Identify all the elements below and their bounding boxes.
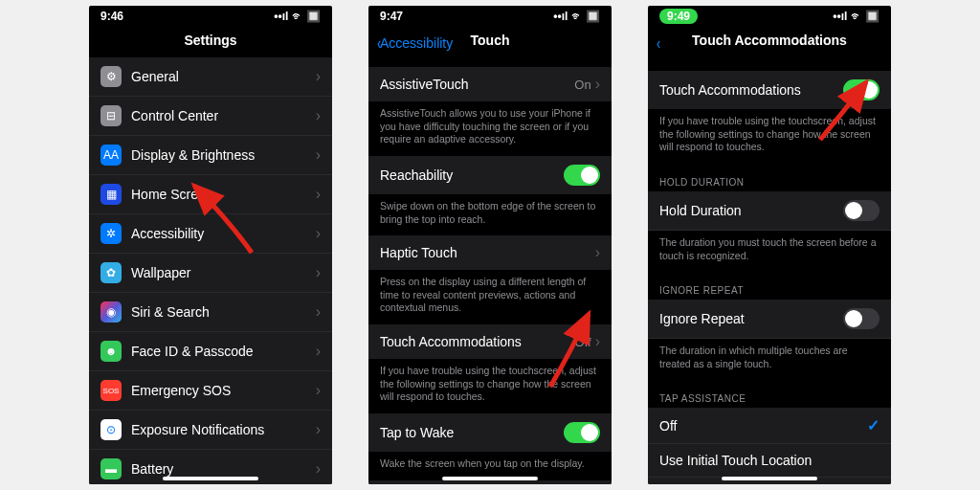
row-icon: ▬ <box>100 458 122 479</box>
footer-text: AssistiveTouch allows you to use your iP… <box>368 101 612 156</box>
footer-text: The duration you must touch the screen b… <box>648 231 891 272</box>
tap-option[interactable]: Use Initial Touch Location <box>648 444 891 478</box>
chevron-right-icon: › <box>316 146 321 164</box>
row-label: Touch Accommodations <box>380 334 575 349</box>
touch-row[interactable]: Tap to Wake <box>368 413 612 452</box>
settings-row[interactable]: ✲Accessibility› <box>89 214 332 254</box>
settings-row[interactable]: ◉Siri & Search› <box>89 293 332 332</box>
chevron-right-icon: › <box>316 343 321 360</box>
section-header: HOLD DURATION <box>648 164 891 191</box>
status-time: 9:46 <box>100 10 123 23</box>
settings-row[interactable]: ☻Face ID & Passcode› <box>89 332 332 371</box>
row-label: Haptic Touch <box>380 245 595 260</box>
section-header: TAP ASSISTANCE <box>648 380 891 408</box>
row-icon: ✿ <box>100 262 122 283</box>
touch-row[interactable]: Touch AccommodationsOff› <box>368 324 612 359</box>
chevron-right-icon: › <box>595 333 600 350</box>
row-icon: SOS <box>100 380 122 401</box>
row-label: Home Screen <box>131 187 316 202</box>
row-label: Tap to Wake <box>380 425 564 440</box>
touch-row[interactable]: AssistiveTouchOn› <box>368 67 612 101</box>
row-value: On <box>574 78 590 92</box>
tap-option[interactable]: Off✓ <box>648 408 891 444</box>
chevron-right-icon: › <box>316 421 321 438</box>
status-time: 9:47 <box>380 10 403 23</box>
row-label: Off <box>659 418 867 434</box>
row-icon: ⊙ <box>100 419 122 440</box>
row-icon: ☻ <box>100 341 122 362</box>
row-label: Emergency SOS <box>131 383 316 398</box>
home-indicator[interactable] <box>722 477 817 480</box>
phone-settings: 9:46 ••ıl ᯤ 🔲 Settings ⚙General›⊟Control… <box>89 6 332 484</box>
home-indicator[interactable] <box>442 477 538 480</box>
row-hold-duration[interactable]: Hold Duration <box>648 191 891 231</box>
touch-row[interactable]: Shake to Undo <box>368 480 612 484</box>
footer-text: If you have trouble using the touchscree… <box>648 109 891 164</box>
row-touch-accommodations[interactable]: Touch Accommodations <box>648 71 891 109</box>
chevron-right-icon: › <box>316 303 321 321</box>
row-icon: AA <box>100 145 122 166</box>
row-label: Control Center <box>131 108 316 123</box>
settings-row[interactable]: ⚙General› <box>89 57 332 97</box>
page-title: Touch <box>471 33 510 48</box>
back-button[interactable]: ‹Accessibility <box>376 33 453 53</box>
phone-touch-accommodations: 9:49 ••ıl ᯤ 🔲 ‹ Touch Accommodations Tou… <box>648 6 891 484</box>
chevron-right-icon: › <box>595 244 600 261</box>
page-title: Touch Accommodations <box>692 33 847 48</box>
row-label: Exposure Notifications <box>131 422 316 437</box>
row-label: Accessibility <box>131 226 316 241</box>
chevron-left-icon: ‹ <box>377 33 381 54</box>
row-icon: ⚙ <box>100 66 122 87</box>
row-icon: ◉ <box>100 301 122 323</box>
row-label: General <box>131 69 316 84</box>
chevron-right-icon: › <box>316 382 321 399</box>
toggle[interactable] <box>564 422 600 443</box>
check-icon: ✓ <box>867 416 880 434</box>
row-label: Reachability <box>380 167 564 183</box>
status-bar: 9:47 ••ıl ᯤ 🔲 <box>368 6 612 27</box>
footer-text: Press on the display using a different l… <box>368 270 612 324</box>
row-label: AssistiveTouch <box>380 77 574 92</box>
row-label: Battery <box>131 461 316 477</box>
toggle[interactable] <box>843 308 880 329</box>
settings-row[interactable]: ▦Home Screen› <box>89 175 332 214</box>
phone-touch: 9:47 ••ıl ᯤ 🔲 ‹Accessibility Touch Assis… <box>368 6 612 484</box>
chevron-right-icon: › <box>316 68 321 85</box>
navbar: ‹Accessibility Touch <box>368 27 612 54</box>
chevron-right-icon: › <box>316 107 321 124</box>
chevron-right-icon: › <box>316 225 321 242</box>
home-indicator[interactable] <box>163 477 258 480</box>
settings-row[interactable]: ✿Wallpaper› <box>89 254 332 293</box>
footer-text: If you have trouble using the touchscree… <box>368 359 612 413</box>
row-label: Use Initial Touch Location <box>659 453 880 468</box>
status-icons: ••ıl ᯤ 🔲 <box>274 10 321 23</box>
toggle[interactable] <box>564 165 600 186</box>
chevron-right-icon: › <box>316 460 321 478</box>
page-title: Settings <box>184 33 236 48</box>
settings-row[interactable]: AADisplay & Brightness› <box>89 136 332 175</box>
toggle[interactable] <box>843 79 880 100</box>
footer-text: Swipe down on the bottom edge of the scr… <box>368 194 612 235</box>
status-bar: 9:49 ••ıl ᯤ 🔲 <box>648 6 891 27</box>
row-label: Face ID & Passcode <box>131 344 316 359</box>
row-value: Off <box>575 335 591 349</box>
settings-row[interactable]: SOSEmergency SOS› <box>89 371 332 411</box>
status-icons: ••ıl ᯤ 🔲 <box>833 10 880 23</box>
settings-row[interactable]: ⊟Control Center› <box>89 97 332 136</box>
footer-text: The duration in which multiple touches a… <box>648 339 891 380</box>
status-bar: 9:46 ••ıl ᯤ 🔲 <box>89 6 332 27</box>
chevron-right-icon: › <box>316 264 321 281</box>
row-label: Display & Brightness <box>131 147 316 163</box>
back-button[interactable]: ‹ <box>656 33 659 53</box>
row-label: Wallpaper <box>131 265 316 280</box>
row-icon: ▦ <box>100 184 122 205</box>
touch-row[interactable]: Haptic Touch› <box>368 235 612 270</box>
row-ignore-repeat[interactable]: Ignore Repeat <box>648 300 891 339</box>
chevron-left-icon: ‹ <box>657 33 660 54</box>
status-time: 9:49 <box>659 9 698 24</box>
toggle[interactable] <box>843 200 880 221</box>
settings-list: ⚙General›⊟Control Center›AADisplay & Bri… <box>89 57 332 484</box>
touch-row[interactable]: Reachability <box>368 156 612 194</box>
settings-row[interactable]: ⊙Exposure Notifications› <box>89 411 332 450</box>
chevron-right-icon: › <box>316 186 321 203</box>
